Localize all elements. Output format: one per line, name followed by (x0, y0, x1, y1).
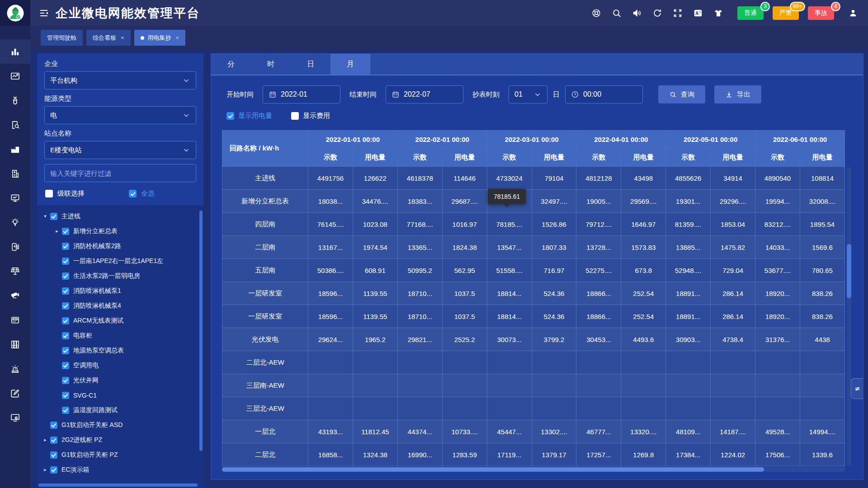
search-icon[interactable] (612, 8, 622, 18)
select-all-label[interactable]: 全选 (141, 189, 155, 198)
rail-item-alarm-siren[interactable] (0, 357, 30, 381)
rail-item-building-hospital[interactable] (0, 161, 30, 186)
tree-checkbox[interactable] (62, 317, 69, 324)
tree-item[interactable]: ▾ 主进线 (37, 209, 203, 224)
rail-item-cctv-camera[interactable] (0, 283, 30, 308)
alert-button-严重[interactable]: 严重 99+ (773, 6, 799, 20)
period-tab-分[interactable]: 分 (211, 54, 251, 75)
tshirt-icon[interactable] (713, 8, 723, 18)
tab-管理驾驶舱[interactable]: 管理驾驶舱 (41, 30, 83, 46)
table-row[interactable]: 光伏发电29624...1965.229821...2525.230073...… (222, 328, 845, 351)
station-select[interactable]: E楼变电站 (44, 141, 196, 159)
rail-item-ev-charger[interactable] (0, 235, 30, 259)
tree-item[interactable]: 电容柜 (37, 328, 203, 343)
table-row[interactable]: 二层北16858...1324.3816990...1283.5917119..… (222, 443, 845, 466)
end-date-input[interactable]: 2022-07 (386, 85, 463, 103)
table-vertical-scrollbar[interactable] (847, 167, 851, 465)
rail-item-archive-cabinet[interactable] (0, 332, 30, 357)
tree-checkbox[interactable] (62, 228, 69, 235)
period-tab-时[interactable]: 时 (251, 54, 291, 75)
org-select[interactable]: 平台机构 (44, 71, 196, 89)
table-row[interactable]: 二层北-AEW (222, 351, 845, 374)
user-icon[interactable] (848, 8, 858, 18)
table-row[interactable]: 主进线4491756126622461837811464647330247910… (222, 167, 845, 190)
rail-item-monitor-chart[interactable] (0, 186, 30, 210)
tree-item[interactable]: 地源热泵空调总表 (37, 343, 203, 358)
tree-checkbox[interactable] (62, 243, 69, 250)
drawer-handle[interactable] (851, 378, 863, 399)
rail-item-factory[interactable] (0, 137, 30, 161)
table-horizontal-scrollbar[interactable] (222, 467, 845, 472)
show-energy-checkbox[interactable]: 显示用电量 (226, 112, 272, 120)
tree-item[interactable]: ARCM无线表测试 (37, 313, 203, 328)
tree-checkbox[interactable] (62, 362, 69, 369)
table-row[interactable]: 新增分立柜总表18038...34476....18383...29687...… (222, 190, 845, 213)
table-row[interactable]: 五层南50386....608.9150995.2562.9551558....… (222, 259, 845, 282)
fullscreen-icon[interactable] (673, 8, 683, 18)
tree-horizontal-scrollbar[interactable] (38, 483, 198, 487)
rail-item-fire-extinguisher[interactable] (0, 88, 30, 113)
period-tab-月[interactable]: 月 (330, 54, 370, 75)
show-cost-checkbox[interactable]: 显示费用 (291, 112, 330, 120)
rail-item-solar-panel[interactable] (0, 259, 30, 283)
caret-right-icon[interactable]: ▸ (42, 437, 49, 443)
menu-collapse-icon[interactable] (38, 8, 49, 19)
table-row[interactable]: 三层南-AEW (222, 374, 845, 397)
tree-item[interactable]: 光伏并网 (37, 373, 203, 388)
tree-filter-input[interactable] (44, 164, 196, 182)
tree-checkbox[interactable] (62, 272, 69, 280)
rail-item-trend-chart[interactable] (0, 64, 30, 88)
period-tab-日[interactable]: 日 (291, 54, 330, 75)
tree-item[interactable]: ▸ 2G2进线柜 PZ (37, 432, 203, 447)
energy-select[interactable]: 电 (44, 106, 196, 124)
tree-checkbox[interactable] (50, 422, 57, 429)
table-row[interactable]: 一层研发室18596...1139.5518710...1037.518814.… (222, 282, 845, 305)
caret-right-icon[interactable]: ▸ (53, 228, 61, 234)
tree-item[interactable]: 一层南1APE2右一层北1APE1左 (37, 253, 203, 268)
tree-item[interactable]: 消防喷淋机械泵4 (37, 298, 203, 313)
table-row[interactable]: 三层北-AEW (222, 397, 845, 420)
tree-item[interactable]: 温湿度回路测试 (37, 403, 203, 418)
tree-item[interactable]: G1软启动开关柜 PZ (37, 447, 203, 462)
rail-item-device-panel[interactable] (0, 308, 30, 332)
tree-vertical-scrollbar[interactable] (199, 211, 203, 451)
export-button[interactable]: 导出 (714, 85, 761, 103)
tree-checkbox[interactable] (50, 451, 57, 459)
volume-icon[interactable] (632, 8, 642, 18)
search-button[interactable]: 查询 (658, 85, 705, 103)
tab-用电集抄[interactable]: 用电集抄× (134, 30, 186, 46)
rail-item-edit-square[interactable] (0, 381, 30, 405)
tree-checkbox[interactable] (62, 407, 69, 414)
close-icon[interactable]: × (176, 34, 179, 41)
tree-checkbox[interactable] (62, 287, 69, 295)
tree-checkbox[interactable] (62, 302, 69, 310)
time-input[interactable]: 00:00 (565, 85, 643, 103)
tree-checkbox[interactable] (62, 258, 69, 265)
tree-item[interactable]: ▸ EC演示箱 (37, 462, 203, 477)
lifebuoy-icon[interactable] (591, 8, 601, 18)
tree-item[interactable]: SVG-C1 (37, 388, 203, 403)
tree-item[interactable]: ▸ 新增分立柜总表 (37, 224, 203, 239)
rail-item-bulb[interactable] (0, 210, 30, 235)
tree-checkbox[interactable] (62, 347, 69, 354)
tree-item[interactable]: 消防栓机械泵2路 (37, 239, 203, 253)
table-row[interactable]: 四层南76145....1023.0877168....1016.9778185… (222, 213, 845, 236)
translate-icon[interactable]: A文 (693, 8, 703, 18)
day-select[interactable]: 01 (509, 85, 547, 103)
cascade-checkbox[interactable] (45, 190, 53, 197)
tree-checkbox[interactable] (50, 466, 57, 474)
tab-综合看板[interactable]: 综合看板× (86, 30, 131, 46)
tree-checkbox[interactable] (62, 392, 69, 399)
table-row[interactable]: 一层北43193...11812.4544374...10733....4544… (222, 420, 845, 443)
rail-item-system-settings[interactable] (0, 405, 30, 430)
tree-item[interactable]: 消防喷淋机械泵1 (37, 283, 203, 298)
refresh-icon[interactable] (652, 8, 662, 18)
rail-item-doc-search[interactable] (0, 113, 30, 137)
tree-item[interactable]: 空调用电 (37, 358, 203, 373)
caret-down-icon[interactable]: ▾ (42, 213, 49, 219)
tree-item[interactable]: G1软启动开关柜 ASD (37, 418, 203, 432)
rail-item-bar-chart[interactable] (0, 39, 30, 64)
select-all-checkbox[interactable] (129, 190, 137, 197)
tree-checkbox[interactable] (50, 436, 57, 444)
tree-checkbox[interactable] (50, 213, 57, 220)
